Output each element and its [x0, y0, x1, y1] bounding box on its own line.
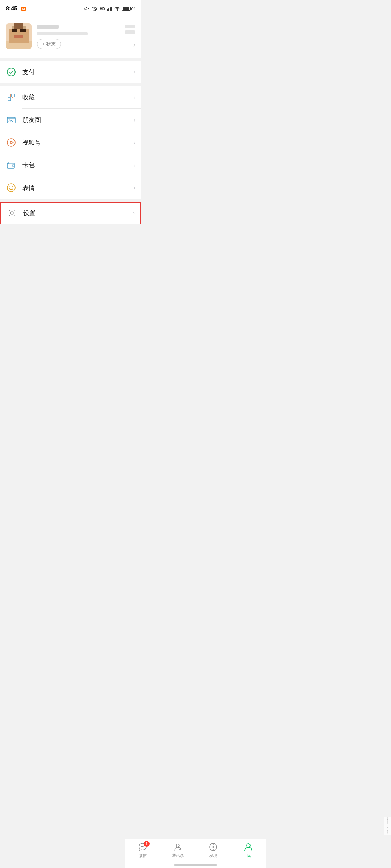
status-icons: HD 94 [84, 6, 135, 12]
stickers-icon [6, 182, 17, 193]
status-button-label: + 状态 [42, 41, 56, 47]
signal-icon [107, 7, 113, 11]
svg-marker-22 [10, 141, 13, 144]
chevron-channels: › [134, 139, 135, 146]
svg-point-29 [10, 212, 13, 214]
hd-label: HD [100, 7, 105, 11]
svg-point-20 [9, 117, 10, 118]
menu-label-favorites: 收藏 [22, 93, 134, 102]
status-time: 8:45 [6, 5, 17, 12]
section-separator-3 [0, 199, 141, 202]
svg-rect-14 [14, 35, 23, 38]
chevron-wallet: › [134, 162, 135, 169]
menu-item-channels[interactable]: 视频号 › [0, 131, 141, 154]
wifi-icon [114, 7, 120, 11]
profile-name [37, 25, 59, 29]
settings-section: 设置 › [0, 202, 141, 224]
svg-rect-6 [111, 7, 112, 11]
menu-label-stickers: 表情 [22, 184, 134, 192]
section-separator-2 [0, 83, 141, 86]
settings-icon [7, 208, 17, 218]
menu-item-moments[interactable]: 朋友圈 › [0, 109, 141, 131]
svg-point-26 [7, 184, 15, 192]
svg-rect-3 [107, 9, 108, 11]
content-spacer [0, 224, 141, 326]
section-separator-1 [0, 58, 141, 61]
payment-icon [6, 67, 17, 77]
menu-label-settings: 设置 [23, 209, 133, 217]
wallet-icon [6, 160, 17, 171]
favorites-icon [6, 92, 17, 103]
svg-point-27 [9, 186, 10, 187]
profile-chevron: › [133, 41, 135, 49]
status-bar: 8:45 M HD [0, 0, 141, 16]
profile-right-bar2 [125, 30, 135, 34]
menu-item-settings[interactable]: 设置 › [0, 202, 141, 224]
moments-icon [6, 115, 17, 125]
svg-rect-16 [9, 38, 29, 43]
chevron-payment: › [134, 69, 135, 75]
menu-label-moments: 朋友圈 [22, 116, 134, 124]
mute-icon [84, 6, 90, 12]
menu-section: 支付 › 收藏 › 朋友圈 › [0, 61, 141, 199]
svg-rect-12 [12, 29, 17, 32]
svg-point-7 [117, 10, 118, 11]
menu-label-channels: 视频号 [22, 139, 134, 147]
svg-rect-10 [14, 23, 23, 29]
avatar[interactable] [6, 23, 32, 49]
svg-point-21 [7, 139, 15, 146]
status-button[interactable]: + 状态 [37, 39, 61, 49]
svg-rect-5 [110, 7, 111, 11]
svg-point-28 [12, 186, 13, 187]
profile-right-info: › [125, 23, 135, 49]
svg-rect-25 [12, 165, 14, 166]
battery-level: 94 [131, 7, 135, 11]
menu-item-payment[interactable]: 支付 › [0, 61, 141, 83]
menu-label-payment: 支付 [22, 68, 134, 76]
profile-info: + 状态 [37, 23, 119, 49]
svg-rect-19 [7, 117, 15, 123]
chevron-settings: › [133, 210, 135, 216]
svg-rect-13 [20, 29, 26, 32]
profile-section[interactable]: + 状态 › [0, 16, 141, 58]
menu-item-stickers[interactable]: 表情 › [0, 176, 141, 199]
profile-right-bar1 [125, 25, 135, 28]
menu-item-favorites[interactable]: 收藏 › [0, 86, 141, 109]
menu-label-wallet: 卡包 [22, 161, 134, 169]
svg-point-18 [7, 68, 15, 76]
channels-icon [6, 137, 17, 148]
mi-logo: M [21, 7, 26, 11]
profile-id [37, 32, 88, 35]
chevron-favorites: › [134, 94, 135, 101]
chevron-moments: › [134, 117, 135, 123]
chevron-stickers: › [134, 184, 135, 191]
svg-rect-4 [108, 8, 109, 11]
battery-indicator: 94 [122, 7, 135, 11]
alarm-icon [92, 6, 98, 12]
menu-item-wallet[interactable]: 卡包 › [0, 154, 141, 176]
